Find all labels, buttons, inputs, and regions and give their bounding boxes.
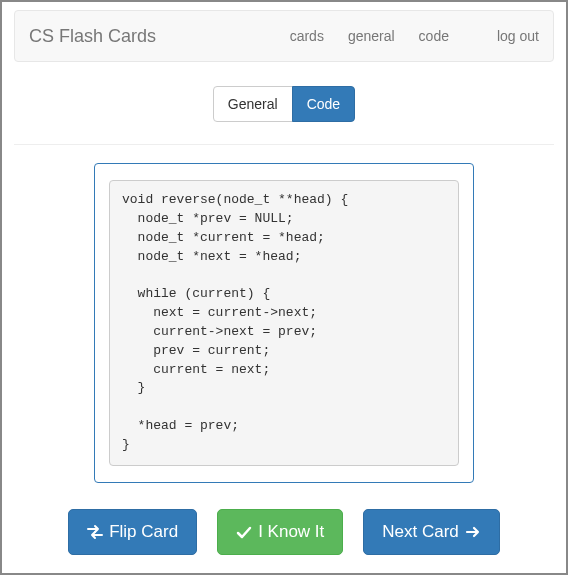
next-card-label: Next Card [382, 520, 459, 544]
toggle-code-button[interactable]: Code [292, 86, 355, 122]
card-holder: void reverse(node_t **head) { node_t *pr… [14, 163, 554, 483]
nav-link-general[interactable]: general [348, 28, 395, 44]
nav-link-code[interactable]: code [419, 28, 449, 44]
flip-card-button[interactable]: Flip Card [68, 509, 197, 555]
toggle-code-label: Code [307, 94, 340, 114]
nav-link-cards[interactable]: cards [290, 28, 324, 44]
arrow-right-icon [465, 524, 481, 540]
app-frame: CS Flash Cards cards general code log ou… [0, 0, 568, 575]
flash-card: void reverse(node_t **head) { node_t *pr… [94, 163, 474, 483]
swap-icon [87, 524, 103, 540]
card-code-content: void reverse(node_t **head) { node_t *pr… [109, 180, 459, 466]
know-it-button[interactable]: I Know It [217, 509, 343, 555]
next-card-button[interactable]: Next Card [363, 509, 500, 555]
card-type-toggle: General Code [14, 86, 554, 122]
nav-links: cards general code log out [290, 28, 539, 44]
action-bar: Flip Card I Know It Next Card [14, 509, 554, 555]
divider [14, 144, 554, 145]
toggle-group: General Code [213, 86, 355, 122]
know-it-label: I Know It [258, 520, 324, 544]
navbar: CS Flash Cards cards general code log ou… [14, 10, 554, 62]
brand-title[interactable]: CS Flash Cards [29, 26, 156, 46]
toggle-general-button[interactable]: General [213, 86, 293, 122]
flip-card-label: Flip Card [109, 520, 178, 544]
check-icon [236, 524, 252, 540]
nav-link-logout[interactable]: log out [497, 28, 539, 44]
toggle-general-label: General [228, 94, 278, 114]
